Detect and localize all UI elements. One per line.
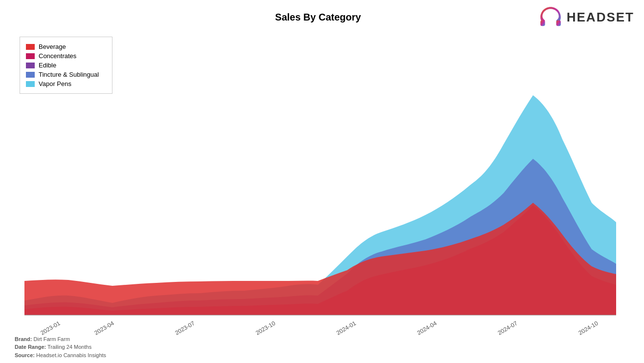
legend-label-vapor: Vapor Pens [39, 80, 71, 87]
legend-item-beverage: Beverage [26, 43, 106, 50]
legend-label-tincture: Tincture & Sublingual [39, 71, 99, 78]
svg-rect-1 [556, 21, 560, 26]
legend-label-edible: Edible [39, 62, 56, 69]
legend-item-edible: Edible [26, 62, 106, 69]
legend-color-vapor [26, 81, 35, 87]
logo-area: HEADSET [538, 5, 634, 29]
source-label: Source: [15, 352, 35, 358]
legend-label-beverage: Beverage [39, 43, 66, 50]
chart-container: Sales By Category HEADSET [0, 0, 644, 363]
date-range-label: Date Range: [15, 344, 46, 350]
brand-value: Dirt Farm Farm [34, 336, 70, 342]
date-range-value: Trailing 24 Months [47, 344, 91, 350]
legend-color-edible [26, 63, 35, 68]
footer-info: Brand: Dirt Farm Farm Date Range: Traili… [15, 335, 106, 360]
legend-color-concentrates [26, 53, 35, 59]
logo-text: HEADSET [567, 10, 634, 25]
legend-color-beverage [26, 44, 35, 50]
header: Sales By Category HEADSET [0, 0, 644, 32]
main-area: Beverage Concentrates Edible Tincture & … [0, 32, 644, 342]
legend-color-tincture [26, 72, 35, 78]
brand-label: Brand: [15, 336, 32, 342]
legend-item-tincture: Tincture & Sublingual [26, 71, 106, 78]
svg-rect-0 [540, 21, 545, 26]
chart-title: Sales By Category [10, 12, 538, 23]
legend-label-concentrates: Concentrates [39, 52, 76, 60]
chart-legend: Beverage Concentrates Edible Tincture & … [20, 37, 112, 94]
headset-logo-icon [538, 5, 563, 29]
source-value: Headset.io Cannabis Insights [36, 352, 106, 358]
legend-item-vapor: Vapor Pens [26, 80, 106, 87]
legend-item-concentrates: Concentrates [26, 52, 106, 60]
